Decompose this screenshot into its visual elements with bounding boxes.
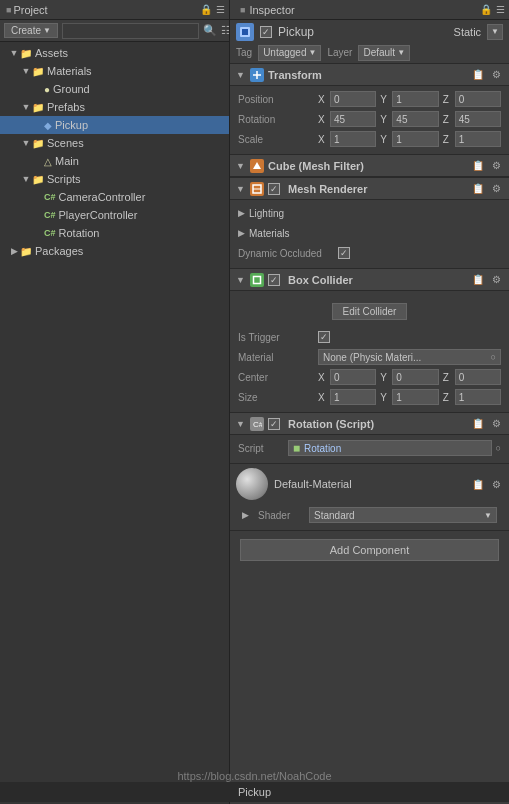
tree-item-materials[interactable]: ▼ 📁 Materials: [0, 62, 229, 80]
inspector-lock-icon[interactable]: 🔒: [480, 4, 492, 15]
collider-material-text: None (Physic Materi...: [323, 352, 421, 363]
layer-dropdown[interactable]: Default ▼: [358, 45, 410, 61]
list-icon[interactable]: ☷: [221, 24, 230, 37]
tree-item-main[interactable]: ▶ △ Main: [0, 152, 229, 170]
tree-label-pickup: Pickup: [55, 119, 88, 131]
material-settings-icon[interactable]: ⚙: [489, 479, 503, 490]
tree-item-assets[interactable]: ▼ 📁 Assets: [0, 44, 229, 62]
inspector-header: ✓ Pickup Static ▼ Tag Untagged ▼ Layer: [230, 20, 509, 64]
box-collider-settings-icon[interactable]: ⚙: [489, 274, 503, 285]
project-tab[interactable]: ■ Project 🔒 ☰: [0, 0, 230, 19]
tree-label-assets: Assets: [35, 47, 68, 59]
tree-label-materials: Materials: [47, 65, 92, 77]
tag-dropdown[interactable]: Untagged ▼: [258, 45, 321, 61]
material-expand-btn[interactable]: ▶: [242, 510, 254, 520]
inspector-menu-icon[interactable]: ☰: [496, 4, 505, 15]
scale-z-input[interactable]: 1: [455, 131, 501, 147]
size-y-input[interactable]: 1: [392, 389, 438, 405]
mesh-filter-header[interactable]: ▼ Cube (Mesh Filter) 📋 ⚙: [230, 155, 509, 177]
scale-y-input[interactable]: 1: [392, 131, 438, 147]
rotation-script-header[interactable]: ▼ C# ✓ Rotation (Script) 📋 ⚙: [230, 413, 509, 435]
lock-icon[interactable]: 🔒: [200, 4, 212, 15]
mesh-filter-icon: [250, 159, 264, 173]
mesh-filter-settings-icon[interactable]: ⚙: [489, 160, 503, 171]
material-ground-icon: ●: [44, 84, 50, 95]
mesh-renderer-settings-icon[interactable]: ⚙: [489, 183, 503, 194]
rotation-script-settings-icon[interactable]: ⚙: [489, 418, 503, 429]
tree-item-player[interactable]: ▶ C# PlayerController: [0, 206, 229, 224]
box-collider-paste-icon[interactable]: 📋: [471, 274, 485, 285]
scale-row: Scale X 1 Y 1: [238, 130, 501, 148]
center-y-input[interactable]: 0: [392, 369, 438, 385]
materials-row[interactable]: ▶ Materials: [238, 224, 501, 242]
mesh-filter-paste-icon[interactable]: 📋: [471, 160, 485, 171]
rotation-script-checkbox[interactable]: ✓: [268, 418, 280, 430]
active-checkbox[interactable]: ✓: [260, 26, 272, 38]
transform-paste-icon[interactable]: 📋: [471, 69, 485, 80]
mesh-renderer-paste-icon[interactable]: 📋: [471, 183, 485, 194]
position-y-input[interactable]: 1: [392, 91, 438, 107]
svg-text:C#: C#: [253, 420, 262, 429]
scale-x-input[interactable]: 1: [330, 131, 376, 147]
tree-item-prefabs[interactable]: ▼ 📁 Prefabs: [0, 98, 229, 116]
left-panel: Create ▼ 🔍 ☷ ▼ 📁 Assets: [0, 20, 230, 804]
mesh-renderer-checkbox[interactable]: ✓: [268, 183, 280, 195]
position-z-input[interactable]: 0: [455, 91, 501, 107]
folder-packages-icon: 📁: [20, 246, 32, 257]
lighting-row[interactable]: ▶ Lighting: [238, 204, 501, 222]
box-collider-title: Box Collider: [288, 274, 467, 286]
rotation-script-paste-icon[interactable]: 📋: [471, 418, 485, 429]
center-x-input[interactable]: 0: [330, 369, 376, 385]
transform-settings-icon[interactable]: ⚙: [489, 69, 503, 80]
is-trigger-label: Is Trigger: [238, 332, 318, 343]
tree-item-scenes[interactable]: ▼ 📁 Scenes: [0, 134, 229, 152]
edit-collider-wrapper: Edit Collider: [238, 295, 501, 328]
tree-item-camera[interactable]: ▶ C# CameraController: [0, 188, 229, 206]
is-trigger-checkbox[interactable]: ✓: [318, 331, 330, 343]
tree-item-ground[interactable]: ▶ ● Ground: [0, 80, 229, 98]
box-collider-checkbox[interactable]: ✓: [268, 274, 280, 286]
center-z-input[interactable]: 0: [455, 369, 501, 385]
arrow-pickup: ▶: [32, 120, 44, 130]
rotation-z-input[interactable]: 45: [455, 111, 501, 127]
collider-material-value[interactable]: None (Physic Materi... ○: [318, 349, 501, 365]
mesh-renderer-header[interactable]: ▼ ✓ Mesh Renderer 📋 ⚙: [230, 178, 509, 200]
menu-icon[interactable]: ☰: [216, 4, 225, 15]
transform-section: ▼ Transform 📋 ⚙ Position: [230, 64, 509, 155]
size-x-field: X 1: [318, 389, 376, 405]
create-button[interactable]: Create ▼: [4, 23, 58, 38]
position-x-input[interactable]: 0: [330, 91, 376, 107]
project-toolbar: Create ▼ 🔍 ☷: [0, 20, 229, 42]
rotation-x-input[interactable]: 45: [330, 111, 376, 127]
center-y-field: Y 0: [380, 369, 438, 385]
inspector-tab[interactable]: ■ Inspector 🔒 ☰: [230, 0, 509, 19]
size-y-label: Y: [380, 392, 390, 403]
scale-xyz: X 1 Y 1 Z 1: [318, 131, 501, 147]
static-dropdown[interactable]: ▼: [487, 24, 503, 40]
tree-item-packages[interactable]: ▶ 📁 Packages: [0, 242, 229, 260]
search-icon[interactable]: 🔍: [203, 24, 217, 37]
search-input[interactable]: [62, 23, 199, 39]
bottom-object-label: Pickup: [238, 786, 271, 798]
tree-item-pickup[interactable]: ▶ ◆ Pickup: [0, 116, 229, 134]
tree-item-scripts[interactable]: ▼ 📁 Scripts: [0, 170, 229, 188]
shader-value[interactable]: Standard ▼: [309, 507, 497, 523]
box-collider-header[interactable]: ▼ ✓ Box Collider 📋 ⚙: [230, 269, 509, 291]
prefab-pickup-icon: ◆: [44, 120, 52, 131]
materials-label: Materials: [249, 228, 290, 239]
tree-item-rotation[interactable]: ▶ C# Rotation: [0, 224, 229, 242]
center-xyz: X 0 Y 0 Z 0: [318, 369, 501, 385]
dynamic-occluded-checkbox[interactable]: ✓: [338, 247, 350, 259]
position-y-field: Y 1: [380, 91, 438, 107]
center-x-field: X 0: [318, 369, 376, 385]
material-paste-icon[interactable]: 📋: [471, 479, 485, 490]
edit-collider-button[interactable]: Edit Collider: [332, 303, 408, 320]
rotation-y-input[interactable]: 45: [392, 111, 438, 127]
size-x-input[interactable]: 1: [330, 389, 376, 405]
size-z-input[interactable]: 1: [455, 389, 501, 405]
add-component-button[interactable]: Add Component: [240, 539, 499, 561]
script-value[interactable]: ◼ Rotation: [288, 440, 492, 456]
arrow-assets: ▼: [8, 48, 20, 58]
transform-header[interactable]: ▼ Transform 📋 ⚙: [230, 64, 509, 86]
scale-y-field: Y 1: [380, 131, 438, 147]
